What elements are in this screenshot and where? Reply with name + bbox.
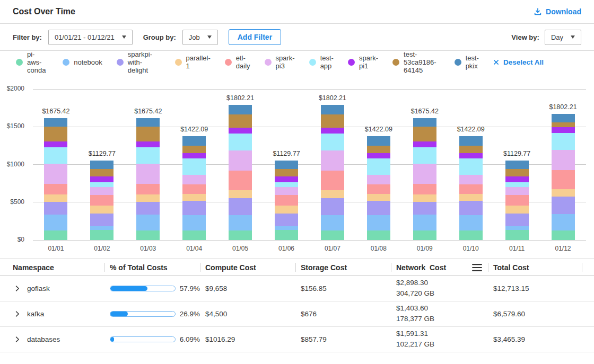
bar-segment-test-53ca9186-64145[interactable] bbox=[229, 114, 252, 128]
bar-segment-spark-pi3[interactable] bbox=[275, 187, 298, 194]
bar-segment-spark-pi1[interactable] bbox=[275, 176, 298, 182]
bar-segment-spark-pi3[interactable] bbox=[552, 150, 575, 170]
add-filter-button[interactable]: Add Filter bbox=[229, 29, 281, 45]
bar-segment-parallel-1[interactable] bbox=[321, 190, 344, 198]
bar-segment-spark-pi3[interactable] bbox=[321, 150, 344, 170]
column-header-compute-cost[interactable]: Compute Cost bbox=[200, 259, 295, 276]
bar-segment-spark-pi1[interactable] bbox=[321, 128, 344, 134]
group-by-select[interactable]: Job bbox=[182, 30, 218, 45]
bar-segment-test-53ca9186-64145[interactable] bbox=[136, 127, 160, 141]
bar-segment-parallel-1[interactable] bbox=[136, 194, 160, 201]
bar-segment-sparkpi-with-delight[interactable] bbox=[229, 198, 252, 215]
bar-segment-test-app[interactable] bbox=[505, 182, 529, 187]
bar-segment-test-53ca9186-64145[interactable] bbox=[413, 127, 436, 141]
bar-segment-test-pkix[interactable] bbox=[552, 114, 575, 123]
bar-segment-parallel-1[interactable] bbox=[229, 190, 252, 198]
bar-segment-spark-pi1[interactable] bbox=[90, 176, 113, 182]
bar-segment-test-53ca9186-64145[interactable] bbox=[90, 169, 113, 176]
bar-segment-etl-daily[interactable] bbox=[552, 170, 575, 190]
bar-segment-pi-aws-conda[interactable] bbox=[229, 230, 252, 240]
bar-segment-test-pkix[interactable] bbox=[321, 105, 344, 114]
table-row-kafka[interactable]: kafka 26.9% $4,500 $676 $1,403.60 178,37… bbox=[0, 301, 594, 327]
bar-segment-spark-pi3[interactable] bbox=[413, 164, 436, 184]
bar-segment-test-53ca9186-64145[interactable] bbox=[367, 146, 390, 153]
legend-item-sparkpi-with-delight[interactable]: sparkpi-with-delight bbox=[117, 50, 161, 74]
bar-segment-test-pkix[interactable] bbox=[459, 136, 483, 146]
bar-segment-test-53ca9186-64145[interactable] bbox=[552, 122, 575, 127]
bar-segment-notebook[interactable] bbox=[321, 215, 344, 230]
bar-segment-etl-daily[interactable] bbox=[413, 184, 436, 194]
bar-segment-test-app[interactable] bbox=[552, 133, 575, 150]
column-header-pct-total-costs[interactable]: % of Total Costs bbox=[104, 259, 200, 276]
bar-segment-etl-daily[interactable] bbox=[136, 184, 160, 194]
bar-segment-notebook[interactable] bbox=[367, 215, 390, 230]
bar-segment-sparkpi-with-delight[interactable] bbox=[505, 214, 529, 226]
date-range-select[interactable]: 01/01/21 - 01/12/21 bbox=[48, 30, 133, 45]
bar-segment-spark-pi3[interactable] bbox=[505, 187, 529, 194]
bar-segment-etl-daily[interactable] bbox=[321, 171, 344, 191]
namespace-cell[interactable]: databases bbox=[0, 335, 104, 343]
bar-segment-notebook[interactable] bbox=[505, 226, 529, 230]
bar-segment-test-53ca9186-64145[interactable] bbox=[275, 169, 298, 176]
bar-segment-notebook[interactable] bbox=[90, 226, 113, 230]
bar-segment-pi-aws-conda[interactable] bbox=[136, 230, 160, 240]
namespace-cell[interactable]: goflask bbox=[0, 285, 104, 292]
bar-segment-test-53ca9186-64145[interactable] bbox=[459, 146, 483, 153]
bar-segment-test-app[interactable] bbox=[275, 182, 298, 187]
bar-segment-etl-daily[interactable] bbox=[182, 184, 206, 194]
bar-segment-spark-pi1[interactable] bbox=[229, 128, 252, 134]
legend-item-spark-pi3[interactable]: spark-pi3 bbox=[265, 54, 295, 70]
bar-segment-test-app[interactable] bbox=[182, 158, 206, 175]
bar-segment-notebook[interactable] bbox=[413, 215, 436, 230]
bar-segment-parallel-1[interactable] bbox=[459, 194, 483, 201]
bar-segment-parallel-1[interactable] bbox=[90, 206, 113, 214]
bar-segment-test-pkix[interactable] bbox=[182, 136, 206, 146]
bar-segment-test-pkix[interactable] bbox=[275, 161, 298, 169]
bar-segment-spark-pi3[interactable] bbox=[136, 164, 160, 184]
bar-segment-sparkpi-with-delight[interactable] bbox=[367, 201, 390, 215]
bar-segment-test-pkix[interactable] bbox=[367, 136, 390, 146]
bar-segment-sparkpi-with-delight[interactable] bbox=[459, 201, 483, 215]
bar-segment-spark-pi3[interactable] bbox=[90, 187, 113, 194]
bar-segment-etl-daily[interactable] bbox=[275, 195, 298, 206]
column-header-storage-cost[interactable]: Storage Cost bbox=[295, 259, 391, 276]
bar-segment-sparkpi-with-delight[interactable] bbox=[182, 201, 206, 215]
bar-segment-spark-pi1[interactable] bbox=[459, 153, 483, 158]
legend-item-pi-aws-conda[interactable]: pi-aws-conda bbox=[16, 50, 48, 74]
bar-segment-notebook[interactable] bbox=[182, 215, 206, 230]
bar-segment-pi-aws-conda[interactable] bbox=[552, 230, 575, 240]
bar-segment-spark-pi1[interactable] bbox=[136, 141, 160, 147]
bar-segment-test-pkix[interactable] bbox=[505, 161, 529, 169]
bar-segment-etl-daily[interactable] bbox=[90, 195, 113, 206]
bar-segment-sparkpi-with-delight[interactable] bbox=[321, 198, 344, 215]
column-header-total-cost[interactable]: Total Cost bbox=[488, 259, 594, 276]
bar-segment-parallel-1[interactable] bbox=[367, 194, 390, 201]
bar-segment-pi-aws-conda[interactable] bbox=[90, 230, 113, 240]
bar-segment-sparkpi-with-delight[interactable] bbox=[136, 202, 160, 215]
bar-segment-spark-pi3[interactable] bbox=[44, 164, 67, 184]
bar-segment-test-app[interactable] bbox=[321, 134, 344, 150]
expand-chevron-icon[interactable] bbox=[14, 336, 21, 343]
expand-chevron-icon[interactable] bbox=[14, 285, 21, 292]
download-button[interactable]: Download bbox=[534, 7, 581, 16]
legend-item-spark-pi1[interactable]: spark-pi1 bbox=[348, 54, 378, 70]
bar-segment-parallel-1[interactable] bbox=[413, 194, 436, 201]
bar-segment-etl-daily[interactable] bbox=[44, 184, 67, 194]
bar-segment-notebook[interactable] bbox=[552, 214, 575, 230]
bar-segment-notebook[interactable] bbox=[275, 226, 298, 230]
bar-segment-test-app[interactable] bbox=[136, 147, 160, 164]
table-row-goflask[interactable]: goflask 57.9% $9,658 $156.85 $2,898.30 3… bbox=[0, 276, 594, 301]
legend-item-test-53ca9186-64145[interactable]: test-53ca9186-64145 bbox=[392, 50, 440, 74]
legend-item-notebook[interactable]: notebook bbox=[63, 58, 102, 66]
bar-segment-test-pkix[interactable] bbox=[44, 118, 67, 127]
bar-segment-parallel-1[interactable] bbox=[44, 194, 67, 201]
bar-segment-test-app[interactable] bbox=[459, 158, 483, 175]
bar-segment-pi-aws-conda[interactable] bbox=[321, 230, 344, 240]
bar-segment-spark-pi3[interactable] bbox=[182, 175, 206, 184]
bar-segment-notebook[interactable] bbox=[459, 215, 483, 230]
column-header-namespace[interactable]: Namespace bbox=[0, 259, 104, 276]
bar-segment-pi-aws-conda[interactable] bbox=[413, 230, 436, 240]
bar-segment-test-app[interactable] bbox=[413, 147, 436, 164]
bar-segment-etl-daily[interactable] bbox=[367, 184, 390, 194]
bar-segment-test-pkix[interactable] bbox=[413, 118, 436, 127]
